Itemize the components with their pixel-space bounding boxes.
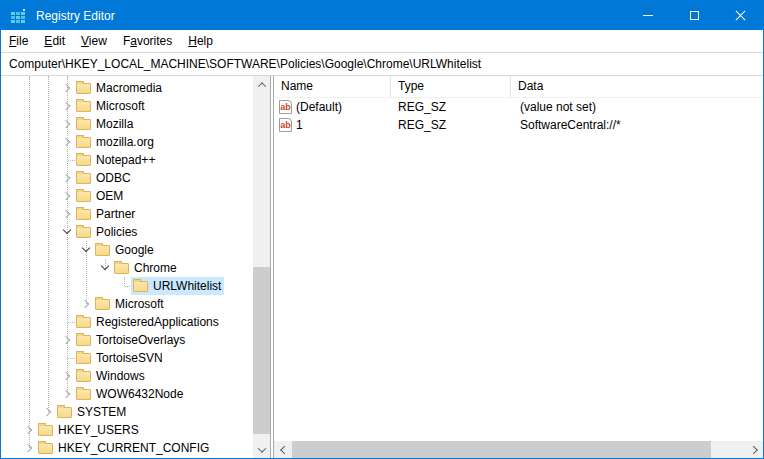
tree-item[interactable]: mozilla.org	[1, 133, 253, 151]
tree-item[interactable]: Notepad++	[1, 151, 253, 169]
address-bar[interactable]: Computer\HKEY_LOCAL_MACHINE\SOFTWARE\Pol…	[1, 52, 763, 76]
tree-item[interactable]: WOW6432Node	[1, 385, 253, 403]
tree-item[interactable]: Policies	[1, 223, 253, 241]
expand-chevron-icon[interactable]	[79, 243, 93, 257]
menu-item-view[interactable]: View	[73, 30, 115, 52]
tree-node[interactable]: TortoiseSVN	[74, 349, 166, 367]
tree-node[interactable]: Microsoft	[93, 295, 167, 313]
tree-item[interactable]: RegisteredApplications	[1, 313, 253, 331]
tree-item[interactable]: Macromedia	[1, 79, 253, 97]
tree-node[interactable]: HKEY_USERS	[36, 421, 142, 439]
registry-editor-app-icon[interactable]	[10, 8, 27, 24]
scroll-up-button[interactable]	[253, 76, 270, 93]
tree-item[interactable]: Mozilla	[1, 115, 253, 133]
tree-item[interactable]: Microsoft	[1, 295, 253, 313]
tree-node[interactable]: SYSTEM	[55, 403, 129, 421]
tree-node[interactable]: TortoiseOverlays	[74, 331, 188, 349]
tree-node[interactable]: WOW6432Node	[74, 385, 186, 403]
main-content: Macromedia Microsoft Mozilla mozilla.org…	[1, 76, 763, 458]
tree-scrollbar-track[interactable]	[253, 93, 270, 441]
values-pane: NameTypeData ab (Default) REG_SZ (value …	[273, 76, 763, 458]
chevron-up-icon	[257, 82, 265, 90]
tree-indent	[1, 106, 60, 107]
string-value-icon: ab	[279, 100, 292, 114]
tree-item-label: Mozilla	[96, 117, 133, 131]
tree-node[interactable]: ODBC	[74, 169, 134, 187]
registry-value-row[interactable]: ab (Default) REG_SZ (value not set)	[274, 98, 763, 116]
expand-chevron-icon	[117, 279, 131, 293]
expand-chevron-icon[interactable]	[60, 225, 74, 239]
tree-node[interactable]: Chrome	[112, 259, 180, 277]
expand-chevron-icon[interactable]	[60, 81, 74, 95]
tree-item[interactable]: HKEY_USERS	[1, 421, 253, 439]
chevron-right-icon	[749, 445, 757, 453]
tree-node[interactable]: mozilla.org	[74, 133, 157, 151]
column-header-name[interactable]: Name	[274, 76, 391, 97]
tree-indent	[1, 358, 60, 359]
values-scrollbar-thumb[interactable]	[292, 441, 711, 458]
tree-item[interactable]: Microsoft	[1, 97, 253, 115]
tree-item[interactable]: OEM	[1, 187, 253, 205]
expand-chevron-icon[interactable]	[60, 99, 74, 113]
tree-item[interactable]: Google	[1, 241, 253, 259]
tree-item[interactable]: SYSTEM	[1, 403, 253, 421]
tree-item[interactable]: TortoiseOverlays	[1, 331, 253, 349]
title-bar[interactable]: Registry Editor	[1, 1, 763, 30]
tree-node[interactable]: Partner	[74, 205, 138, 223]
tree-vertical-scrollbar[interactable]	[253, 76, 270, 458]
menu-item-favorites[interactable]: Favorites	[115, 30, 180, 52]
scroll-left-button[interactable]	[274, 441, 291, 458]
value-name-cell: ab (Default)	[274, 100, 391, 114]
tree-indent	[1, 214, 60, 215]
tree-node[interactable]: OEM	[74, 187, 126, 205]
column-header-type[interactable]: Type	[391, 76, 511, 97]
tree-item-label: Microsoft	[115, 297, 164, 311]
folder-icon	[76, 155, 91, 166]
tree-node[interactable]: Notepad++	[74, 151, 158, 169]
tree-item[interactable]: Partner	[1, 205, 253, 223]
expand-chevron-icon[interactable]	[41, 405, 55, 419]
values-horizontal-scrollbar[interactable]	[274, 441, 763, 458]
expand-chevron-icon[interactable]	[60, 333, 74, 347]
expand-chevron-icon[interactable]	[60, 387, 74, 401]
expand-chevron-icon[interactable]	[79, 297, 93, 311]
expand-chevron-icon[interactable]	[60, 135, 74, 149]
tree-scrollbar-thumb[interactable]	[253, 267, 270, 434]
expand-chevron-icon[interactable]	[60, 189, 74, 203]
minimize-button[interactable]	[625, 1, 671, 30]
tree-item[interactable]: Chrome	[1, 259, 253, 277]
tree-node[interactable]: Policies	[74, 223, 140, 241]
expand-chevron-icon[interactable]	[22, 441, 36, 455]
tree-node[interactable]: RegisteredApplications	[74, 313, 222, 331]
tree-node[interactable]: Microsoft	[74, 97, 148, 115]
expand-chevron-icon[interactable]	[98, 261, 112, 275]
tree-node[interactable]: Windows	[74, 367, 148, 385]
tree-item-label: Partner	[96, 207, 135, 221]
scroll-down-button[interactable]	[253, 441, 270, 458]
expand-chevron-icon[interactable]	[60, 117, 74, 131]
folder-icon	[76, 389, 91, 400]
tree-item[interactable]: URLWhitelist	[1, 277, 253, 295]
tree-item[interactable]: HKEY_CURRENT_CONFIG	[1, 439, 253, 457]
close-button[interactable]	[717, 1, 763, 30]
tree-item[interactable]: TortoiseSVN	[1, 349, 253, 367]
expand-chevron-icon[interactable]	[60, 171, 74, 185]
maximize-button[interactable]	[671, 1, 717, 30]
values-scrollbar-track[interactable]	[291, 441, 746, 458]
tree-node[interactable]: Mozilla	[74, 115, 136, 133]
registry-value-row[interactable]: ab 1 REG_SZ SoftwareCentral://*	[274, 116, 763, 134]
expand-chevron-icon[interactable]	[22, 423, 36, 437]
menu-item-help[interactable]: Help	[180, 30, 221, 52]
expand-chevron-icon[interactable]	[60, 207, 74, 221]
tree-node[interactable]: Google	[93, 241, 157, 259]
tree-node[interactable]: HKEY_CURRENT_CONFIG	[36, 439, 212, 457]
tree-node[interactable]: Macromedia	[74, 79, 165, 97]
menu-item-edit[interactable]: Edit	[36, 30, 73, 52]
menu-item-file[interactable]: File	[1, 30, 36, 52]
expand-chevron-icon[interactable]	[60, 369, 74, 383]
tree-node[interactable]: URLWhitelist	[131, 277, 224, 295]
tree-item[interactable]: ODBC	[1, 169, 253, 187]
tree-item[interactable]: Windows	[1, 367, 253, 385]
column-header-data[interactable]: Data	[511, 76, 763, 97]
scroll-right-button[interactable]	[746, 441, 763, 458]
